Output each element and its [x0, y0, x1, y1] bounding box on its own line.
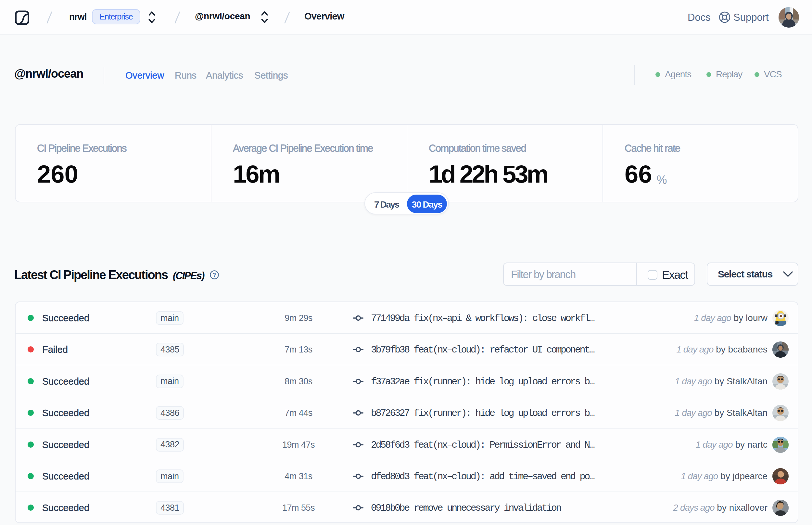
svg-text:?: ? — [213, 272, 216, 278]
